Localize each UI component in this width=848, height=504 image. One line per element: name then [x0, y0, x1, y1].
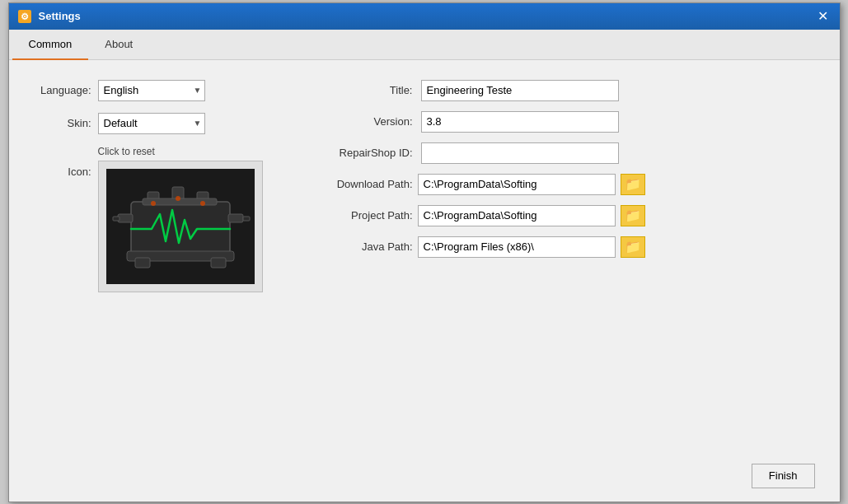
repairshop-label: RepairShop ID:	[314, 147, 413, 159]
svg-rect-9	[113, 217, 119, 221]
skin-select-wrapper: Default Dark Light ▼	[98, 113, 205, 134]
java-path-row: Java Path: 📁	[314, 236, 815, 258]
icon-image-box[interactable]	[98, 161, 263, 292]
project-path-row: Project Path: 📁	[314, 205, 815, 226]
repairshop-input[interactable]	[421, 142, 619, 164]
svg-rect-14	[211, 258, 226, 268]
settings-window: ⚙ Settings ✕ Common About Language: Engl…	[8, 2, 841, 502]
right-section: Title: Version: RepairShop ID: Download …	[314, 80, 815, 292]
java-path-browse-button[interactable]: 📁	[621, 236, 645, 258]
version-label: Version:	[314, 115, 413, 128]
language-label: Language:	[34, 84, 91, 96]
window-title: Settings	[39, 10, 81, 22]
tab-about[interactable]: About	[88, 30, 149, 60]
svg-rect-13	[135, 258, 150, 268]
folder-icon: 📁	[625, 176, 641, 192]
icon-row: Icon: Click to reset	[34, 146, 265, 292]
title-bar: ⚙ Settings ✕	[9, 3, 840, 30]
svg-point-15	[151, 201, 156, 206]
title-field-label: Title:	[314, 84, 413, 96]
form-section: Language: English French German Spanish …	[34, 80, 815, 292]
project-path-browse-button[interactable]: 📁	[621, 205, 645, 226]
version-row: Version:	[314, 111, 815, 133]
tab-common[interactable]: Common	[12, 30, 89, 60]
svg-point-16	[176, 196, 180, 201]
download-path-input[interactable]	[418, 174, 616, 195]
icon-container: Click to reset	[98, 146, 263, 292]
title-bar-left: ⚙ Settings	[17, 9, 81, 24]
footer: Finish	[9, 455, 840, 502]
close-button[interactable]: ✕	[814, 10, 832, 23]
download-path-label: Download Path:	[314, 178, 413, 190]
svg-point-17	[200, 201, 205, 206]
finish-button[interactable]: Finish	[752, 464, 815, 488]
click-to-reset-label[interactable]: Click to reset	[98, 146, 155, 157]
skin-select[interactable]: Default Dark Light	[98, 113, 205, 134]
icon-label: Icon:	[34, 166, 91, 178]
language-row: Language: English French German Spanish …	[34, 80, 265, 101]
skin-row: Skin: Default Dark Light ▼	[34, 113, 265, 134]
language-select[interactable]: English French German Spanish	[98, 80, 205, 101]
svg-rect-11	[243, 217, 250, 221]
engine-icon-image	[106, 169, 255, 284]
title-input[interactable]	[421, 80, 619, 101]
language-select-wrapper: English French German Spanish ▼	[98, 80, 205, 101]
left-section: Language: English French German Spanish …	[34, 80, 265, 292]
folder-icon: 📁	[625, 239, 641, 254]
version-input[interactable]	[421, 111, 619, 133]
content-area: Language: English French German Spanish …	[9, 60, 840, 455]
title-row: Title:	[314, 80, 815, 101]
repairshop-row: RepairShop ID:	[314, 142, 815, 164]
skin-label: Skin:	[34, 117, 91, 129]
download-path-browse-button[interactable]: 📁	[621, 174, 645, 195]
download-path-row: Download Path: 📁	[314, 174, 815, 195]
java-path-label: Java Path:	[314, 240, 413, 253]
tab-bar: Common About	[9, 30, 840, 60]
project-path-label: Project Path:	[314, 209, 413, 222]
svg-text:⚙: ⚙	[21, 12, 29, 21]
svg-rect-10	[228, 214, 243, 222]
java-path-input[interactable]	[418, 236, 616, 258]
app-icon: ⚙	[17, 9, 32, 24]
svg-rect-8	[118, 214, 133, 222]
project-path-input[interactable]	[418, 205, 616, 226]
folder-icon: 📁	[625, 208, 641, 223]
